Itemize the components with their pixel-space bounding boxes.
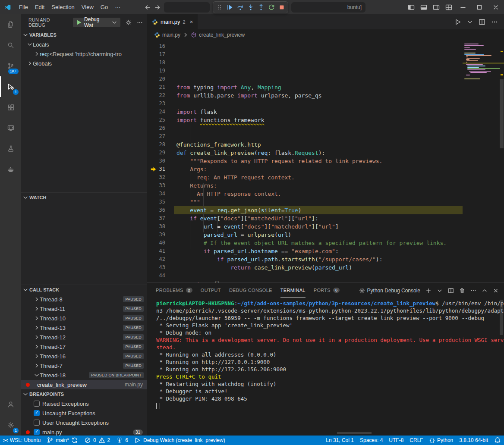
code-line[interactable]: """ [174, 198, 463, 206]
breadcrumb-symbol[interactable]: create_link_preview [199, 32, 245, 38]
code-line[interactable] [174, 272, 463, 280]
menu-edit[interactable]: Edit [32, 3, 48, 12]
close-button[interactable] [488, 0, 504, 14]
watch-section-header[interactable]: WATCH [21, 193, 147, 202]
stack-frame-row[interactable]: create_link_previewmain.py [21, 380, 147, 389]
panel-tab-debug-console[interactable]: DEBUG CONSOLE [229, 283, 272, 298]
code-line[interactable]: from urllib.parse import urlparse, parse… [174, 91, 463, 100]
activity-accounts[interactable] [0, 394, 21, 415]
minimap[interactable] [463, 42, 504, 282]
code-line[interactable] [174, 132, 463, 141]
code-line[interactable]: An HTTP response context. [174, 190, 463, 198]
breakpoint-checkbox[interactable] [34, 401, 40, 407]
breakpoint-row[interactable]: main.py31 [21, 427, 147, 436]
breakpoint-row[interactable]: User Uncaught Exceptions [21, 418, 147, 427]
variable-row[interactable]: Locals [21, 40, 147, 49]
split-editor-icon[interactable] [479, 19, 485, 25]
terminal-horizontal-scrollbar[interactable] [337, 432, 372, 434]
debug-stop-button[interactable] [277, 2, 287, 13]
panel-tab-output[interactable]: OUTPUT [201, 283, 221, 298]
thread-row[interactable]: Thread-10PAUSED [21, 313, 147, 323]
remote-indicator[interactable]: >< WSL: Ubuntu [0, 436, 44, 445]
code-line[interactable]: import functions_framework [174, 116, 463, 124]
menu-file[interactable]: File [16, 3, 32, 12]
indentation-status[interactable]: Spaces: 4 [357, 436, 386, 445]
thread-row[interactable]: Thread-16PAUSED [21, 351, 147, 361]
eol-status[interactable]: CRLF [406, 436, 426, 445]
activity-run-and-debug[interactable]: 1 [0, 76, 21, 97]
debug-step-out-button[interactable] [256, 2, 266, 13]
debug-continue-button[interactable] [225, 2, 235, 13]
tab-main-py[interactable]: main.py 2 × [147, 14, 198, 29]
call-stack-section-header[interactable]: CALL STACK [21, 285, 147, 295]
debug-step-into-button[interactable] [246, 2, 255, 13]
code-line[interactable]: Args: [174, 165, 463, 173]
editor-scrollbar[interactable] [500, 79, 504, 148]
variable-row[interactable]: req: <Request 'http://charming-tro [21, 49, 147, 59]
code-line[interactable]: if parsed_url.path.startswith("/support/… [174, 255, 463, 263]
thread-row[interactable]: Thread-12PAUSED [21, 332, 147, 342]
customize-layout-icon[interactable] [442, 0, 455, 14]
breakpoints-section-header[interactable]: BREAKPOINTS [21, 389, 147, 399]
terminal-selector[interactable]: Python Debug Console [359, 288, 420, 294]
activity-source-control[interactable]: 1K+ [0, 56, 21, 76]
code-line[interactable]: return {} [174, 280, 463, 282]
panel-more-actions-icon[interactable] [470, 288, 476, 294]
terminal-scrollbar[interactable] [500, 300, 503, 335]
cursor-position[interactable]: Ln 31, Col 1 [323, 436, 357, 445]
code-editor[interactable]: 1617181920212223242526272829303132333435… [147, 41, 504, 282]
panel-tab-terminal[interactable]: TERMINAL [280, 283, 306, 298]
activity-explorer[interactable] [0, 14, 21, 35]
terminal-output[interactable]: pierrick@LAPTOP-HKU5PNNG:~/git/add-ons-s… [147, 298, 504, 436]
menu-more[interactable]: ⋯ [111, 3, 124, 12]
breadcrumb-file[interactable]: main.py [162, 32, 180, 38]
menu-selection[interactable]: Selection [48, 3, 78, 12]
code-line[interactable]: @functions_framework.http [174, 141, 463, 149]
command-center[interactable]: buntu] [291, 2, 365, 13]
code-line[interactable] [174, 124, 463, 132]
breakpoint-checkbox[interactable] [34, 410, 40, 416]
toggle-secondary-sidebar-icon[interactable] [430, 0, 442, 14]
variables-section-header[interactable]: VARIABLES [21, 30, 147, 40]
menu-go[interactable]: Go [97, 3, 111, 12]
breakpoint-checkbox[interactable] [34, 420, 40, 426]
editor-gutter[interactable]: 1617181920212223242526272829303132333435… [147, 42, 174, 282]
code-line[interactable]: """Responds to any HTTP request related … [174, 157, 463, 165]
panel-tab-ports[interactable]: PORTS6 [314, 283, 340, 298]
minimize-button[interactable] [455, 0, 471, 14]
debug-session-status[interactable]: Debug Watch (create_link_preview) [131, 436, 228, 445]
ports-status[interactable]: 6 [113, 436, 131, 445]
thread-row[interactable]: Thread-7PAUSED [21, 361, 147, 370]
code-line[interactable]: def create_link_preview(req: flask.Reque… [174, 149, 463, 157]
tab-close-icon[interactable]: × [190, 19, 193, 25]
run-python-file-icon[interactable] [454, 19, 461, 25]
editor-more-actions-icon[interactable] [491, 19, 498, 25]
activity-docker[interactable] [0, 159, 21, 180]
debug-restart-button[interactable] [266, 2, 276, 13]
thread-row[interactable]: Thread-13PAUSED [21, 323, 147, 332]
start-debugging-icon[interactable] [76, 19, 82, 25]
activity-extensions[interactable] [0, 97, 21, 118]
thread-row[interactable]: Thread-11PAUSED [21, 304, 147, 313]
navigate-back-icon[interactable] [144, 4, 151, 11]
menu-view[interactable]: View [78, 3, 97, 12]
activity-search[interactable] [0, 35, 21, 56]
kill-terminal-icon[interactable] [459, 288, 465, 294]
code-line[interactable] [174, 100, 463, 108]
code-line[interactable]: event = req.get_json(silent=True) [174, 206, 463, 214]
new-terminal-icon[interactable] [425, 288, 432, 294]
code-line[interactable]: import flask [174, 108, 463, 116]
maximize-panel-icon[interactable] [482, 288, 488, 294]
activity-remote-explorer[interactable] [0, 118, 21, 138]
variable-row[interactable]: Globals [21, 59, 147, 68]
panel-tab-problems[interactable]: PROBLEMS2 [156, 283, 192, 298]
notifications[interactable] [491, 436, 504, 445]
thread-row[interactable]: Thread-17PAUSED [21, 342, 147, 351]
code-line[interactable]: return case_link_preview(parsed_url) [174, 263, 463, 272]
navigate-forward-icon[interactable] [154, 4, 161, 11]
activity-settings[interactable]: 1 [0, 415, 21, 436]
code-content[interactable]: from typing import Any, Mappingfrom urll… [174, 42, 463, 282]
split-terminal-icon[interactable] [448, 288, 454, 294]
close-panel-icon[interactable] [493, 288, 499, 294]
run-options-chevron-icon[interactable] [467, 19, 473, 25]
